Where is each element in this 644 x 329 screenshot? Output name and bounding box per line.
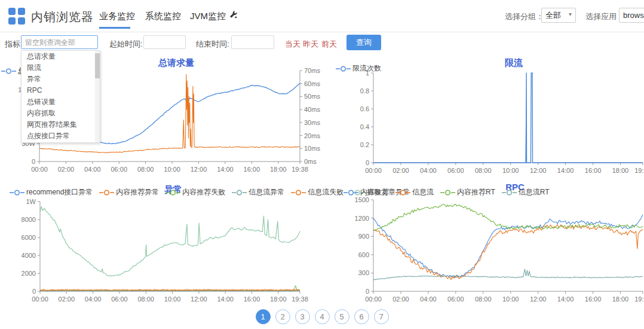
svg-text:06:00: 06:00	[447, 296, 464, 303]
legend-item[interactable]: 信息流RT	[502, 187, 550, 197]
pagination: 1234567	[0, 309, 644, 324]
tab-jvm-monitor[interactable]: JVM监控	[190, 11, 226, 22]
legend-marker-icon	[1, 68, 16, 74]
legend-marker-icon	[336, 66, 351, 72]
app-logo-icon	[8, 8, 25, 25]
active-tab-underline	[99, 27, 130, 29]
svg-text:16:00: 16:00	[585, 296, 602, 303]
dropdown-item[interactable]: 限流	[22, 62, 100, 74]
svg-text:08:00: 08:00	[475, 296, 492, 303]
svg-text:900: 900	[358, 233, 369, 240]
svg-text:14:00: 14:00	[557, 296, 574, 303]
page-button-7[interactable]: 7	[374, 309, 389, 324]
svg-text:02:00: 02:00	[392, 296, 409, 303]
legend-marker-icon	[395, 190, 410, 196]
axes: 03006009001200150000:0002:0004:0006:0008…	[355, 196, 644, 303]
svg-text:300: 300	[358, 269, 369, 276]
group-select-value: 全部	[545, 11, 561, 20]
legend-marker-icon	[502, 190, 517, 196]
metric-dropdown[interactable]: 总请求量限流异常RPC总错误量内容抓取网页推荐结果集点按接口异常内容推荐结果集点…	[21, 50, 100, 143]
dropdown-item[interactable]: 异常	[22, 74, 100, 85]
dropdown-item[interactable]: 点按接口异常	[22, 130, 100, 142]
page-button-1[interactable]: 1	[256, 309, 271, 324]
legend-marker-icon	[291, 190, 306, 196]
legend-item[interactable]: 内容推荐RT	[440, 187, 495, 197]
chart-rpc[interactable]: 03006009001200150000:0002:0004:0006:0008…	[0, 0, 644, 329]
svg-text:00:00: 00:00	[365, 296, 382, 303]
wrench-icon[interactable]	[229, 10, 238, 22]
svg-text:600: 600	[358, 251, 369, 258]
legend-item[interactable]: 信息流异常	[232, 187, 284, 197]
legend-marker-icon	[232, 190, 247, 196]
legend-item[interactable]: 限流次数	[336, 63, 381, 74]
svg-text:1200: 1200	[355, 215, 369, 222]
legend-rpc: 内容推荐信息流内容推荐RT信息流RT	[344, 187, 550, 197]
dropdown-item[interactable]: RPC	[22, 85, 100, 96]
chart-title-total-requests: 总请求量	[102, 57, 251, 69]
series-信息流	[373, 225, 643, 280]
legend-rate-limit: 限流次数	[336, 63, 381, 74]
chart-title-rate-limit: 限流	[454, 57, 574, 69]
legend-item[interactable]: 信息流失败	[291, 187, 344, 197]
svg-text:12:00: 12:00	[530, 296, 547, 303]
dropdown-item[interactable]: 总错误量	[22, 96, 100, 108]
page-button-2[interactable]: 2	[275, 309, 290, 324]
legend-marker-icon	[99, 190, 114, 196]
legend-item[interactable]: recommend接口异常	[10, 187, 93, 197]
tab-system-monitor[interactable]: 系统监控	[145, 11, 181, 22]
page-button-5[interactable]: 5	[335, 309, 349, 324]
metric-dropdown-list: 总请求量限流异常RPC总错误量内容抓取网页推荐结果集点按接口异常内容推荐结果集点…	[22, 51, 100, 143]
series-内容推荐	[373, 215, 643, 278]
dashboard: 030W60W90W120W150W0ms10ms20ms30ms40ms50m…	[0, 0, 644, 329]
group-select-label: 选择分组：	[505, 11, 544, 22]
series-内容推荐RT	[373, 205, 643, 231]
dropdown-item[interactable]: 内容抓取	[22, 108, 100, 119]
legend-item[interactable]: 内容推荐异常	[99, 187, 159, 197]
tab-business-monitor[interactable]: 业务监控	[99, 11, 135, 22]
legend-item[interactable]: 信息流	[395, 187, 434, 197]
legend-marker-icon	[165, 190, 180, 196]
svg-text:19:38: 19:38	[634, 296, 644, 303]
svg-text:10:00: 10:00	[502, 296, 519, 303]
svg-text:04:00: 04:00	[420, 296, 437, 303]
app-header: 内销浏览器 业务监控 系统监控 JVM监控 选择分组： 全部 ▾ 选择应用：	[0, 0, 644, 32]
dropdown-item[interactable]: 内容推荐结果集点击量	[22, 142, 100, 143]
dropdown-item[interactable]: 网页推荐结果集	[22, 119, 100, 130]
app-input[interactable]	[619, 8, 644, 23]
chevron-down-icon: ▾	[569, 11, 572, 17]
legend-item[interactable]: 内容推荐失败	[165, 187, 225, 197]
group-select[interactable]: 全部 ▾	[541, 8, 576, 23]
dropdown-item[interactable]: 总请求量	[22, 51, 100, 62]
svg-text:18:00: 18:00	[612, 296, 629, 303]
svg-text:0: 0	[366, 288, 369, 295]
dropdown-scrollbar-thumb[interactable]	[95, 53, 100, 78]
page-button-4[interactable]: 4	[315, 309, 330, 324]
series-信息流RT	[373, 269, 643, 280]
legend-marker-icon	[10, 190, 24, 196]
page-button-6[interactable]: 6	[354, 309, 369, 324]
page-button-3[interactable]: 3	[295, 309, 310, 324]
legend-item[interactable]: 内容推荐	[344, 187, 389, 197]
legend-marker-icon	[440, 190, 455, 196]
legend-marker-icon	[344, 190, 358, 196]
app-title: 内销浏览器	[31, 9, 94, 25]
